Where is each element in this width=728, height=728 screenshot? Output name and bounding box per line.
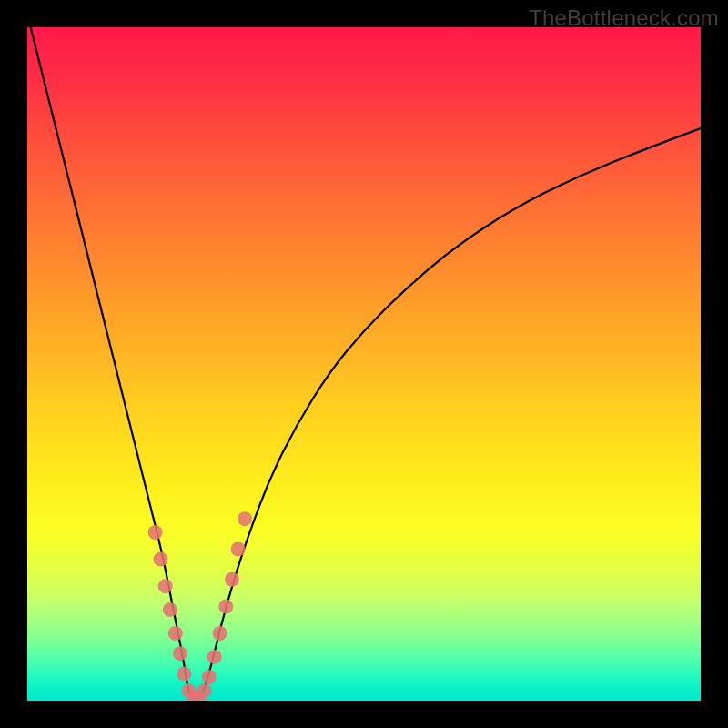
highlight-dot <box>225 572 239 587</box>
plot-area <box>27 27 701 701</box>
highlight-dot <box>173 646 187 661</box>
highlight-dot <box>148 525 163 540</box>
curve-layer <box>27 27 701 701</box>
highlight-dot <box>177 666 191 681</box>
highlight-dot <box>231 542 246 557</box>
highlight-dot <box>158 579 173 593</box>
chart-frame: TheBottleneck.com <box>0 0 728 728</box>
highlight-dot <box>168 626 183 641</box>
highlight-dot <box>213 626 228 641</box>
highlight-dot <box>202 670 217 684</box>
highlight-dots <box>148 511 252 701</box>
highlight-dot <box>163 602 177 617</box>
highlight-dot <box>197 683 212 698</box>
highlight-dot <box>207 650 222 664</box>
highlight-dot <box>154 552 168 567</box>
bottleneck-curve <box>31 27 701 699</box>
highlight-dot <box>218 599 233 613</box>
watermark-text: TheBottleneck.com <box>529 5 719 31</box>
highlight-dot <box>238 511 252 526</box>
